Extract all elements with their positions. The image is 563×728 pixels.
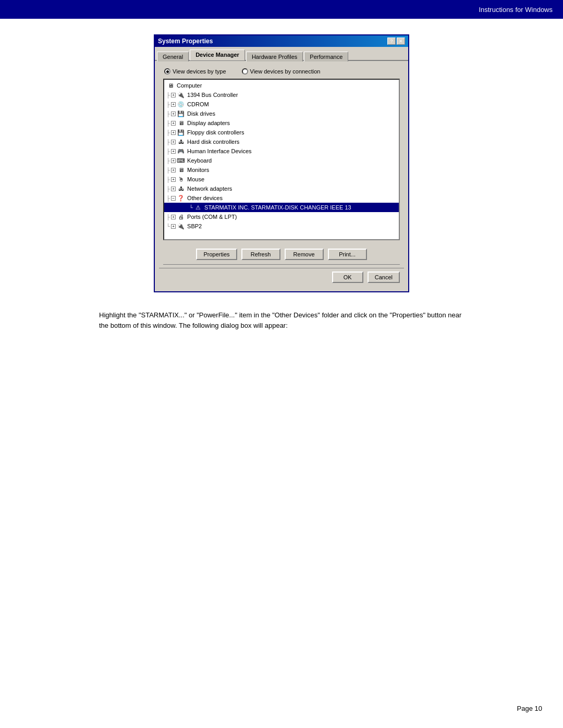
button-row: Properties Refresh Remove Print... [159, 244, 404, 264]
system-properties-dialog: System Properties ? ✕ General Device Man… [154, 34, 409, 292]
ok-button[interactable]: OK [332, 272, 363, 283]
hid-label: Human Interface Devices [187, 148, 252, 154]
page-content: System Properties ? ✕ General Device Man… [0, 19, 563, 346]
other-label: Other devices [187, 195, 223, 201]
expand-hdd[interactable]: + [171, 140, 176, 144]
expand-disk[interactable]: + [171, 112, 176, 116]
disk-label: Disk drives [187, 110, 215, 117]
monitors-label: Monitors [187, 167, 209, 173]
list-item-computer[interactable]: 🖥 Computer [164, 81, 399, 90]
expand-1394[interactable]: + [171, 93, 176, 97]
hid-icon: 🎮 [177, 147, 185, 155]
keyboard-label: Keyboard [187, 157, 212, 164]
header-title: Instructions for Windows [479, 6, 553, 14]
dialog-title: System Properties [158, 38, 213, 45]
list-item-ports[interactable]: ├ + 🖨 Ports (COM & LPT) [164, 212, 399, 221]
tree-line-hdd: ├ [166, 139, 170, 145]
sbp2-label: SBP2 [187, 223, 202, 229]
list-item-hdd[interactable]: ├ + 🖧 Hard disk controllers [164, 137, 399, 146]
1394-icon: 🔌 [177, 91, 185, 99]
radio-label-connection: View devices by connection [250, 68, 321, 75]
expand-monitors[interactable]: + [171, 168, 176, 172]
expand-display[interactable]: + [171, 121, 176, 126]
mouse-icon: 🖱 [177, 175, 185, 183]
ok-cancel-row: OK Cancel [159, 268, 404, 287]
network-icon: 🖧 [177, 184, 185, 193]
help-button[interactable]: ? [387, 38, 396, 45]
tree-line-starmatix: └ [189, 205, 193, 211]
starmatix-label: STARMATIX INC. STARMATIX-DISK CHANGER IE… [204, 204, 351, 211]
dialog-wrapper: System Properties ? ✕ General Device Man… [154, 34, 409, 292]
tab-general[interactable]: General [157, 52, 189, 61]
tree-line-mouse: ├ [166, 177, 170, 182]
tab-bar: General Device Manager Hardware Profiles… [155, 47, 408, 61]
list-item-mouse[interactable]: ├ + 🖱 Mouse [164, 175, 399, 184]
list-item-display[interactable]: ├ + 🖥 Display adapters [164, 118, 399, 128]
starmatix-icon: ⚠ [194, 203, 202, 212]
expand-network[interactable]: + [171, 187, 176, 191]
list-item-starmatix[interactable]: └ ⚠ STARMATIX INC. STARMATIX-DISK CHANGE… [164, 203, 399, 212]
radio-view-by-type[interactable]: View devices by type [164, 68, 226, 75]
display-icon: 🖥 [177, 119, 185, 127]
list-item-cdrom[interactable]: ├ + 💿 CDROM [164, 100, 399, 109]
tree-line-cdrom: ├ [166, 102, 170, 107]
tab-hardware-profiles[interactable]: Hardware Profiles [246, 52, 303, 61]
remove-button[interactable]: Remove [285, 249, 324, 260]
tree-line-other: ├ [166, 195, 170, 201]
dialog-body: View devices by type View devices by con… [155, 61, 408, 291]
close-button[interactable]: ✕ [397, 38, 405, 45]
list-item-monitors[interactable]: ├ + 🖥 Monitors [164, 165, 399, 175]
tree-line-disk: ├ [166, 111, 170, 117]
radio-label-type: View devices by type [173, 68, 226, 75]
floppy-icon: 💾 [177, 128, 185, 137]
device-list[interactable]: 🖥 Computer ├ + 🔌 1394 Bus Controller [164, 80, 399, 239]
list-item-hid[interactable]: ├ + 🎮 Human Interface Devices [164, 146, 399, 156]
tree-line-sbp2: └ [166, 224, 170, 229]
computer-icon: 🖥 [166, 81, 175, 90]
tree-line-hid: ├ [166, 149, 170, 154]
expand-ports[interactable]: + [171, 215, 176, 219]
cdrom-label: CDROM [187, 101, 209, 107]
list-item-floppy[interactable]: ├ + 💾 Floppy disk controllers [164, 128, 399, 137]
list-item-disk-drives[interactable]: ├ + 💾 Disk drives [164, 109, 399, 118]
hdd-label: Hard disk controllers [187, 139, 239, 145]
monitors-icon: 🖥 [177, 166, 185, 174]
mouse-label: Mouse [187, 176, 204, 182]
cancel-button[interactable]: Cancel [368, 272, 400, 283]
expand-hid[interactable]: + [171, 149, 176, 154]
title-bar: System Properties ? ✕ [155, 35, 408, 47]
expand-floppy[interactable]: + [171, 130, 176, 135]
list-item-sbp2[interactable]: └ + 🔌 SBP2 [164, 221, 399, 231]
print-button[interactable]: Print... [328, 249, 367, 260]
tab-device-manager[interactable]: Device Manager [190, 50, 245, 60]
other-icon: ❓ [177, 194, 185, 202]
tree-line-floppy: ├ [166, 130, 170, 135]
collapse-other[interactable]: − [171, 196, 176, 201]
network-label: Network adapters [187, 186, 232, 192]
display-label: Display adapters [187, 120, 230, 126]
expand-cdrom[interactable]: + [171, 102, 176, 107]
list-item-network[interactable]: ├ + 🖧 Network adapters [164, 184, 399, 193]
refresh-button[interactable]: Refresh [241, 249, 280, 260]
radio-view-by-connection[interactable]: View devices by connection [242, 68, 321, 75]
computer-label: Computer [177, 82, 202, 89]
list-item-1394[interactable]: ├ + 🔌 1394 Bus Controller [164, 90, 399, 100]
keyboard-icon: ⌨ [177, 156, 185, 165]
list-item-keyboard[interactable]: ├ + ⌨ Keyboard [164, 156, 399, 165]
expand-keyboard[interactable]: + [171, 158, 176, 163]
radio-dot-type [164, 68, 170, 75]
ports-label: Ports (COM & LPT) [187, 214, 237, 220]
page-number: Page 10 [517, 705, 542, 712]
sbp2-icon: 🔌 [177, 222, 185, 230]
hdd-icon: 🖧 [177, 138, 185, 146]
tree-line-ports: ├ [166, 214, 170, 220]
cdrom-icon: 💿 [177, 100, 185, 108]
header-bar: Instructions for Windows [0, 0, 563, 19]
properties-button[interactable]: Properties [196, 249, 237, 260]
list-item-other[interactable]: ├ − ❓ Other devices [164, 193, 399, 203]
expand-mouse[interactable]: + [171, 177, 176, 182]
tab-performance[interactable]: Performance [304, 52, 348, 61]
radio-dot-connection [242, 68, 248, 75]
radio-row: View devices by type View devices by con… [159, 65, 404, 79]
expand-sbp2[interactable]: + [171, 224, 176, 229]
